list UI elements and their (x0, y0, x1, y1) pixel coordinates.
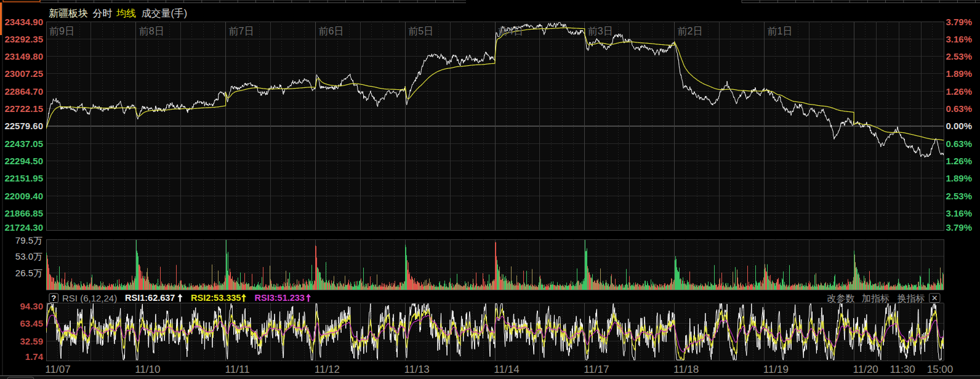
svg-text:RSI (6,12,24): RSI (6,12,24) (62, 293, 117, 303)
svg-text:22437.05: 22437.05 (4, 138, 43, 149)
svg-text:11/12: 11/12 (315, 364, 340, 375)
svg-text:前2日: 前2日 (678, 26, 703, 36)
svg-text:新疆板块: 新疆板块 (49, 8, 88, 18)
svg-text:1.74: 1.74 (25, 351, 44, 362)
svg-text:11/10: 11/10 (135, 364, 160, 375)
svg-text:11/18: 11/18 (673, 364, 699, 375)
svg-text:加指标: 加指标 (862, 293, 890, 303)
svg-text:前1日: 前1日 (767, 26, 792, 36)
svg-text:✕: ✕ (931, 293, 938, 303)
svg-text:63.45: 63.45 (20, 318, 43, 329)
svg-text:23292.35: 23292.35 (4, 34, 43, 44)
svg-text:22151.95: 22151.95 (4, 173, 43, 183)
svg-text:1.26%: 1.26% (946, 86, 973, 97)
svg-text:53.0万: 53.0万 (15, 251, 42, 261)
svg-text:3.79%: 3.79% (946, 222, 973, 233)
svg-text:RSI2:53.335: RSI2:53.335 (191, 293, 241, 303)
svg-text:26.5万: 26.5万 (15, 268, 42, 278)
svg-text:RSI3:51.233: RSI3:51.233 (255, 293, 305, 303)
svg-text:前9日: 前9日 (49, 26, 74, 36)
svg-text:前5日: 前5日 (408, 26, 433, 36)
svg-text:改参数: 改参数 (827, 293, 855, 303)
svg-text:1.89%: 1.89% (946, 68, 973, 79)
svg-text:79.5万: 79.5万 (15, 235, 42, 245)
svg-text:21866.85: 21866.85 (4, 208, 43, 218)
svg-text:均线: 均线 (116, 8, 136, 18)
svg-text:前8日: 前8日 (139, 26, 164, 36)
svg-text:分时: 分时 (93, 8, 113, 18)
svg-text:11/13: 11/13 (404, 364, 430, 375)
svg-text:RSI1:62.637: RSI1:62.637 (125, 293, 175, 303)
svg-text:2.53%: 2.53% (946, 191, 973, 201)
svg-text:23434.90: 23434.90 (4, 17, 43, 27)
svg-text:成交量(手): 成交量(手) (142, 8, 188, 18)
svg-text:21724.30: 21724.30 (4, 222, 43, 233)
svg-text:22009.40: 22009.40 (4, 191, 43, 201)
svg-text:15:00: 15:00 (927, 364, 954, 375)
svg-text:11/14: 11/14 (494, 364, 519, 375)
svg-text:0.00%: 0.00% (946, 121, 973, 131)
svg-text:22294.50: 22294.50 (4, 156, 43, 166)
svg-text:3.16%: 3.16% (946, 208, 973, 218)
svg-text:23007.25: 23007.25 (4, 68, 43, 79)
svg-text:11/20: 11/20 (853, 364, 878, 375)
svg-text:11/17: 11/17 (584, 364, 609, 375)
svg-text:11:30: 11:30 (890, 364, 915, 375)
svg-text:1.26%: 1.26% (946, 156, 973, 166)
svg-text:2.53%: 2.53% (946, 51, 973, 62)
svg-text:32.59: 32.59 (20, 336, 43, 346)
svg-text:11/11: 11/11 (225, 364, 250, 375)
svg-text:前3日: 前3日 (588, 26, 613, 36)
svg-text:22579.60: 22579.60 (4, 121, 43, 131)
svg-text:11/07: 11/07 (45, 364, 70, 375)
svg-text:3.16%: 3.16% (946, 34, 973, 44)
svg-text:前7日: 前7日 (229, 26, 254, 36)
svg-text:0.63%: 0.63% (946, 138, 973, 149)
svg-text:0.63%: 0.63% (946, 103, 973, 114)
svg-text:22864.70: 22864.70 (4, 86, 43, 97)
svg-text:前4日: 前4日 (498, 26, 523, 36)
svg-text:23149.80: 23149.80 (4, 51, 43, 62)
svg-text:22722.15: 22722.15 (4, 103, 43, 114)
svg-text:11/19: 11/19 (763, 364, 789, 375)
svg-text:?: ? (51, 293, 56, 303)
svg-text:94.30: 94.30 (20, 301, 43, 311)
svg-text:换指标: 换指标 (897, 293, 925, 303)
svg-text:前6日: 前6日 (318, 26, 343, 36)
svg-text:1.89%: 1.89% (946, 173, 973, 183)
svg-text:3.79%: 3.79% (946, 17, 973, 27)
